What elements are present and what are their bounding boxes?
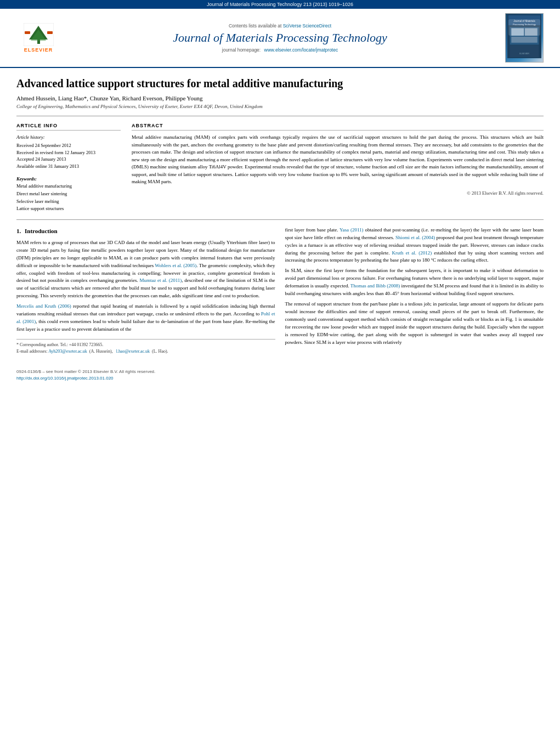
footnote-emails: E-mail addresses: Ayh203@exeter.ac.uk (A… bbox=[16, 348, 275, 355]
authors-text: Ahmed Hussein, Liang Hao*, Chunze Yan, R… bbox=[16, 95, 202, 101]
ref-mumtaz[interactable]: Mumtaz et al. (2011) bbox=[139, 278, 182, 283]
copyright-line: © 2013 Elsevier B.V. All rights reserved… bbox=[132, 190, 544, 196]
contents-line: Contents lists available at SciVerse Sci… bbox=[71, 23, 489, 29]
section1-title: 1. Introduction bbox=[16, 227, 275, 236]
svg-text:ELSEVIER: ELSEVIER bbox=[519, 53, 529, 55]
body-columns: 1. Introduction MAM refers to a group of… bbox=[16, 227, 544, 355]
ref-pohl[interactable]: Pohl et al. (2001) bbox=[16, 311, 275, 324]
svg-rect-11 bbox=[511, 28, 524, 36]
ref-kruth[interactable]: Kruth et al. (2012) bbox=[392, 250, 432, 256]
article-info-column: ARTICLE INFO Article history: Received 2… bbox=[16, 123, 121, 213]
journal-header: ELSEVIER Contents lists available at Sci… bbox=[0, 9, 560, 68]
elsevier-label: ELSEVIER bbox=[24, 47, 53, 53]
ref-mercelis[interactable]: Mercelis and Kruth (2006) bbox=[16, 303, 71, 309]
body-para-2: Mercelis and Kruth (2006) reported that … bbox=[16, 303, 275, 333]
homepage-line: journal homepage: www.elsevier.com/locat… bbox=[71, 47, 489, 53]
issn-line: 0924-0136/$ – see front matter © 2013 El… bbox=[16, 369, 544, 375]
body-divider bbox=[16, 219, 544, 220]
banner-text: Journal of Materials Processing Technolo… bbox=[207, 2, 353, 7]
svg-text:Journal of Materials: Journal of Materials bbox=[513, 20, 535, 22]
journal-banner: Journal of Materials Processing Technolo… bbox=[0, 0, 560, 9]
svg-rect-7 bbox=[508, 15, 540, 25]
article-info-abstract: ARTICLE INFO Article history: Received 2… bbox=[16, 123, 544, 213]
doi-line: http://dx.doi.org/10.1016/j.jmatprotec.2… bbox=[16, 375, 544, 382]
affiliation: College of Engineering, Mathematics and … bbox=[16, 104, 544, 109]
abstract-text: Metal additive manufacturing (MAM) of co… bbox=[132, 134, 544, 186]
body-column-2: first layer from base plate. Yasa (2011)… bbox=[285, 227, 544, 355]
svg-text:Processing Technology: Processing Technology bbox=[513, 23, 536, 26]
available-date: Available online 31 January 2013 bbox=[16, 163, 121, 170]
accepted-date: Accepted 24 January 2013 bbox=[16, 156, 121, 163]
bottom-bar: 0924-0136/$ – see front matter © 2013 El… bbox=[0, 366, 560, 384]
abstract-header: ABSTRACT bbox=[132, 123, 544, 131]
keyword-2: Direct metal laser sintering bbox=[16, 190, 121, 198]
body-column-1: 1. Introduction MAM refers to a group of… bbox=[16, 227, 275, 355]
body-para-5: The removal of support structure from th… bbox=[285, 301, 544, 347]
cover-svg: Journal of Materials Processing Technolo… bbox=[507, 13, 541, 60]
body-para-3: first layer from base plate. Yasa (2011)… bbox=[285, 227, 544, 265]
ref-wohlers[interactable]: Wohlers et al. (2005) bbox=[155, 263, 196, 268]
keyword-4: Lattice support structures bbox=[16, 205, 121, 213]
abstract-column: ABSTRACT Metal additive manufacturing (M… bbox=[132, 123, 544, 213]
authors-line: Ahmed Hussein, Liang Hao*, Chunze Yan, R… bbox=[16, 95, 544, 101]
svg-rect-5 bbox=[47, 31, 53, 34]
svg-rect-12 bbox=[525, 28, 538, 36]
history-label: Article history: bbox=[16, 134, 121, 141]
email-hao-link[interactable]: l.hao@exeter.ac.uk bbox=[116, 349, 150, 354]
header-right: Journal of Materials Processing Technolo… bbox=[500, 13, 544, 63]
header-divider bbox=[16, 116, 544, 116]
journal-title: Journal of Materials Processing Technolo… bbox=[71, 31, 489, 45]
elsevier-tree-icon bbox=[24, 23, 54, 46]
svg-rect-14 bbox=[510, 45, 539, 57]
article-container: Advanced lattice support structures for … bbox=[0, 68, 560, 366]
ref-shiomi[interactable]: Shiomi et al. (2004) bbox=[395, 235, 435, 240]
keyword-3: Selective laser melting bbox=[16, 198, 121, 206]
received-date: Received 24 September 2012 bbox=[16, 142, 121, 149]
keywords-block: Keywords: Metal additive manufacturing D… bbox=[16, 176, 121, 213]
article-history: Article history: Received 24 September 2… bbox=[16, 134, 121, 170]
ref-yasa[interactable]: Yasa (2011) bbox=[340, 227, 364, 233]
header-center: Contents lists available at SciVerse Sci… bbox=[60, 23, 500, 53]
elsevier-logo: ELSEVIER bbox=[16, 23, 60, 53]
footnote-corresponding: * Corresponding author. Tel.: +44 01392 … bbox=[16, 342, 275, 348]
svg-rect-4 bbox=[25, 31, 30, 34]
ref-thomas-bibb[interactable]: Thomas and Bibb (2008) bbox=[350, 283, 400, 289]
keyword-1: Metal additive manufacturing bbox=[16, 183, 121, 190]
journal-cover-image: Journal of Materials Processing Technolo… bbox=[505, 13, 544, 63]
sciverse-link[interactable]: SciVerse ScienceDirect bbox=[283, 23, 331, 29]
article-info-header: ARTICLE INFO bbox=[16, 123, 121, 131]
homepage-link[interactable]: www.elsevier.com/locate/jmatprotec bbox=[264, 47, 338, 53]
doi-link[interactable]: http://dx.doi.org/10.1016/j.jmatprotec.2… bbox=[16, 376, 114, 381]
body-para-1: MAM refers to a group of processes that … bbox=[16, 239, 275, 301]
keywords-label: Keywords: bbox=[16, 176, 121, 183]
footnote-area: * Corresponding author. Tel.: +44 01392 … bbox=[16, 339, 275, 355]
article-title: Advanced lattice support structures for … bbox=[16, 76, 544, 90]
body-para-4: In SLM, since the first layer forms the … bbox=[285, 267, 544, 298]
email-hussein-link[interactable]: Ayh203@exeter.ac.uk bbox=[48, 349, 87, 354]
received-revised-date: Received in revised form 12 January 2013 bbox=[16, 149, 121, 156]
svg-rect-13 bbox=[511, 37, 537, 43]
